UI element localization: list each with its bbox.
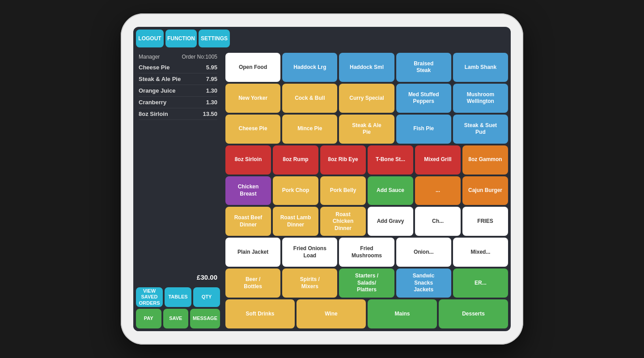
menu-btn-mixed...[interactable]: Mixed... [453,238,508,267]
menu-btn-pork-belly[interactable]: Pork Belly [320,176,366,205]
left-panel: Manager Order No:1005 Cheese Pie5.95Stea… [133,50,223,331]
menu-btn-cock-&-bull[interactable]: Cock & Bull [282,84,337,113]
menu-btn-starters-/-salads/-p[interactable]: Starters / Salads/ Platters [339,268,394,298]
settings-button[interactable]: SETTINGS [199,30,230,47]
menu-btn-fried-onions-load[interactable]: Fried Onions Load [282,238,337,267]
menu-btn-fried-mushrooms[interactable]: Fried Mushrooms [339,238,394,267]
menu-btn-8oz-rib-eye[interactable]: 8oz Rib Eye [320,145,366,175]
top-bar-left-buttons: LOGOUT FUNCTION SETTINGS [133,27,233,50]
menu-btn-roast-beef-dinner[interactable]: Roast Beef Dinner [225,207,271,236]
menu-btn-cajun-burger[interactable]: Cajun Burger [462,176,508,205]
grid-row-6: Plain JacketFried Onions LoadFried Mushr… [225,238,508,267]
menu-btn-8oz-sirloin[interactable]: 8oz Sirloin [225,145,271,175]
menu-btn-cheese-pie[interactable]: Cheese Pie [225,115,280,144]
menu-btn-haddock-lrg[interactable]: Haddock Lrg [282,53,337,82]
menu-btn-add-sauce[interactable]: Add Sauce [368,176,413,205]
menu-btn-open-food[interactable]: Open Food [225,53,280,82]
bottom-row-2: PAYSAVEMESSAGE [136,309,220,328]
menu-btn-mince-pie[interactable]: Mince Pie [282,115,337,144]
menu-btn-fish-pie[interactable]: Fish Pie [396,115,451,144]
grid-row-1: New YorkerCock & BullCurry SpecialMed St… [225,84,508,113]
menu-btn-ch...[interactable]: Ch... [415,207,461,236]
tablet: LOGOUT FUNCTION SETTINGS Manager Order N… [121,13,523,345]
menu-btn-lamb-shank[interactable]: Lamb Shank [453,53,508,82]
order-items: Cheese Pie5.95Steak & Ale Pie7.95Orange … [133,62,223,270]
menu-btn-chicken-breast[interactable]: Chicken Breast [225,176,271,205]
grid-row-3: 8oz Sirloin8oz Rump8oz Rib EyeT-Bone St.… [225,145,508,175]
order-header: Manager Order No:1005 [133,50,223,62]
menu-btn-mushroom-wellington[interactable]: Mushroom Wellington [453,84,508,113]
function-button[interactable]: FUNCTION [165,30,197,47]
grid-row-7: Beer / BottlesSpirits / MixersStarters /… [225,268,508,298]
menu-btn-spirits-/-mixers[interactable]: Spirits / Mixers [282,268,337,298]
menu-btn-er...[interactable]: ER... [453,268,508,298]
logout-button[interactable]: LOGOUT [136,30,164,47]
menu-btn-plain-jacket[interactable]: Plain Jacket [225,238,280,267]
manager-label: Manager [139,54,160,60]
menu-grid: Open FoodHaddock LrgHaddock SmlBraised S… [223,50,511,331]
top-bar-right [233,27,511,50]
menu-btn-8oz-gammon[interactable]: 8oz Gammon [462,145,508,175]
menu-btn-t-bone-st...[interactable]: T-Bone St... [368,145,413,175]
order-item: 8oz Sirloin13.50 [139,108,217,120]
top-bar: LOGOUT FUNCTION SETTINGS [133,27,511,50]
menu-btn-roast-chicken-dinner[interactable]: Roast Chicken Dinner [320,207,366,236]
menu-btn-roast-lamb-dinner[interactable]: Roast Lamb Dinner [273,207,318,236]
menu-btn-...[interactable]: ... [415,176,461,205]
grid-row-4: Chicken BreastPork ChopPork BellyAdd Sau… [225,176,508,205]
grid-row-5: Roast Beef DinnerRoast Lamb DinnerRoast … [225,207,508,236]
menu-btn-8oz-rump[interactable]: 8oz Rump [273,145,318,175]
menu-btn-onion...[interactable]: Onion... [396,238,451,267]
menu-btn-beer-/-bottles[interactable]: Beer / Bottles [225,268,280,298]
bottom-btn-view-saved-orders[interactable]: VIEW SAVED ORDERS [136,287,163,307]
grid-row-0: Open FoodHaddock LrgHaddock SmlBraised S… [225,53,508,82]
menu-btn-haddock-sml[interactable]: Haddock Sml [339,53,394,82]
menu-btn-braised-steak[interactable]: Braised Steak [396,53,451,82]
bottom-btn-qty[interactable]: QTY [193,287,220,307]
bottom-btn-save[interactable]: SAVE [163,309,189,328]
menu-btn-steak-&-suet-pud[interactable]: Steak & Suet Pud [453,115,508,144]
order-item: Orange Juice1.30 [139,85,217,97]
menu-btn-new-yorker[interactable]: New Yorker [225,84,280,113]
menu-btn-fries[interactable]: FRIES [462,207,508,236]
order-item: Steak & Ale Pie7.95 [139,73,217,85]
order-item: Cranberry1.30 [139,97,217,108]
menu-btn-curry-special[interactable]: Curry Special [339,84,394,113]
menu-btn-mains[interactable]: Mains [368,299,437,328]
bottom-btn-message[interactable]: MESSAGE [190,309,220,328]
order-number: Order No:1005 [182,54,217,60]
grid-row-2: Cheese PieMince PieSteak & Ale PieFish P… [225,115,508,144]
menu-btn-soft-drinks[interactable]: Soft Drinks [225,299,295,328]
order-total: £30.00 [133,270,223,285]
grid-row-8: Soft DrinksWineMainsDesserts [225,299,508,328]
bottom-btn-tables[interactable]: TABLES [165,287,191,307]
bottom-row-1: VIEW SAVED ORDERSTABLESQTY [136,287,220,307]
menu-btn-mixed-grill[interactable]: Mixed Grill [415,145,461,175]
bottom-btn-pay[interactable]: PAY [136,309,161,328]
menu-btn-pork-chop[interactable]: Pork Chop [273,176,318,205]
menu-btn-sandwic-snacks-jacke[interactable]: Sandwic Snacks Jackets [396,268,451,298]
main-content: Manager Order No:1005 Cheese Pie5.95Stea… [133,50,511,331]
menu-btn-steak-&-ale-pie[interactable]: Steak & Ale Pie [339,115,394,144]
tablet-screen: LOGOUT FUNCTION SETTINGS Manager Order N… [133,27,511,331]
order-item: Cheese Pie5.95 [139,62,217,73]
bottom-left-buttons: VIEW SAVED ORDERSTABLESQTY PAYSAVEMESSAG… [133,285,223,331]
menu-btn-med-stuffed-peppers[interactable]: Med Stuffed Peppers [396,84,451,113]
menu-btn-wine[interactable]: Wine [297,299,366,328]
menu-btn-desserts[interactable]: Desserts [439,299,508,328]
menu-btn-add-gravy[interactable]: Add Gravy [368,207,413,236]
